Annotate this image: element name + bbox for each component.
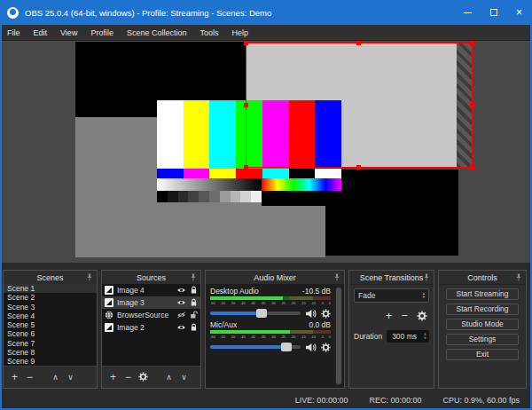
studio-mode-button[interactable]: Studio Mode bbox=[446, 319, 519, 330]
transition-properties-gear-icon[interactable] bbox=[417, 311, 427, 321]
scene-list-item[interactable]: Scene 3 bbox=[4, 303, 97, 311]
add-scene-button[interactable]: + bbox=[9, 372, 20, 382]
menu-item-view[interactable]: View bbox=[60, 28, 77, 37]
menu-item-profile[interactable]: Profile bbox=[90, 28, 113, 37]
channel-settings-gear-icon[interactable] bbox=[321, 343, 331, 352]
minimize-button[interactable] bbox=[455, 0, 481, 25]
tick-label: -25 bbox=[280, 301, 286, 305]
resize-handle-bottom-right[interactable] bbox=[470, 165, 474, 170]
source-list[interactable]: Image 4 Image 3 BrowserSource bbox=[102, 284, 200, 367]
exit-button[interactable]: Exit bbox=[446, 349, 519, 360]
preview-canvas[interactable] bbox=[2, 41, 530, 263]
remove-source-button[interactable]: − bbox=[122, 372, 134, 382]
move-scene-up-button[interactable]: ∧ bbox=[50, 373, 61, 382]
spinbox-arrows-icon[interactable]: ∧∨ bbox=[424, 333, 426, 341]
source-row-image4[interactable]: Image 4 bbox=[102, 284, 200, 296]
scene-transitions-dock-header[interactable]: Scene Transitions bbox=[349, 271, 434, 285]
combo-spinner-icon[interactable]: ▴▾ bbox=[423, 292, 425, 300]
resize-handle-middle-left[interactable] bbox=[244, 103, 248, 107]
audio-mixer-dock-title: Audio Mixer bbox=[254, 273, 296, 282]
maximize-button[interactable] bbox=[481, 0, 506, 25]
close-button[interactable]: × bbox=[506, 0, 532, 25]
lock-open-icon[interactable] bbox=[190, 311, 198, 319]
tick-label: -50 bbox=[231, 335, 236, 339]
tick-label: -45 bbox=[240, 301, 246, 305]
color-segment bbox=[236, 169, 262, 178]
resize-handle-bottom-middle[interactable] bbox=[356, 165, 361, 170]
gray-step bbox=[240, 191, 251, 202]
pin-icon[interactable] bbox=[86, 273, 93, 281]
visibility-eye-icon[interactable] bbox=[176, 324, 186, 331]
audio-mixer-dock-header[interactable]: Audio Mixer bbox=[206, 271, 344, 285]
source-properties-gear-icon[interactable] bbox=[137, 372, 149, 383]
menu-item-help[interactable]: Help bbox=[231, 28, 248, 37]
transition-select[interactable]: Fade ▴▾ bbox=[354, 288, 429, 303]
volume-slider[interactable] bbox=[210, 345, 301, 349]
source-row-image3[interactable]: Image 3 bbox=[102, 296, 200, 309]
scene-list-item[interactable]: Scene 2 bbox=[4, 293, 97, 302]
tick-label: -25 bbox=[280, 335, 286, 339]
resize-handle-bottom-left[interactable] bbox=[244, 165, 248, 170]
pin-icon[interactable] bbox=[423, 273, 430, 281]
visibility-eye-icon[interactable] bbox=[176, 287, 186, 294]
menu-item-tools[interactable]: Tools bbox=[200, 28, 218, 37]
move-source-up-button[interactable]: ∧ bbox=[163, 373, 175, 382]
menu-item-file[interactable]: File bbox=[7, 28, 20, 37]
preview-source-black-rect-2[interactable] bbox=[325, 170, 458, 256]
volume-slider-handle[interactable] bbox=[281, 343, 292, 351]
pin-icon[interactable] bbox=[190, 273, 197, 281]
channel-db-value: 0.0 dB bbox=[309, 320, 331, 329]
mixer-scrollbar-thumb[interactable] bbox=[336, 288, 341, 384]
scene-list-item[interactable]: Scene 4 bbox=[4, 311, 97, 320]
scene-list-item[interactable]: Scene 1 bbox=[4, 284, 97, 293]
move-scene-down-button[interactable]: ∨ bbox=[65, 373, 76, 382]
tick-label: -60 bbox=[210, 301, 215, 305]
sources-dock-header[interactable]: Sources bbox=[102, 271, 200, 285]
mixer-scrollbar[interactable] bbox=[335, 286, 342, 386]
source-row-image2[interactable]: Image 2 bbox=[102, 321, 200, 334]
scene-list[interactable]: Scene 1Scene 2Scene 3Scene 4Scene 5Scene… bbox=[4, 284, 97, 367]
title-bar[interactable]: OBS 25.0.4 (64-bit, windows) - Profile: … bbox=[0, 0, 532, 25]
resize-handle-middle-right[interactable] bbox=[470, 103, 474, 107]
tick-label: -15 bbox=[301, 335, 306, 339]
start-recording-button[interactable]: Start Recording bbox=[446, 304, 519, 315]
scene-list-item[interactable]: Scene 7 bbox=[4, 339, 97, 348]
resize-handle-top-left[interactable] bbox=[244, 41, 248, 45]
scene-list-item[interactable]: Scene 8 bbox=[4, 348, 97, 357]
pin-icon[interactable] bbox=[515, 273, 522, 281]
volume-slider[interactable] bbox=[210, 311, 301, 315]
channel-settings-gear-icon[interactable] bbox=[321, 309, 331, 319]
lock-icon[interactable] bbox=[190, 286, 198, 295]
scenes-toolbar: + − ∧ ∨ bbox=[4, 366, 97, 388]
settings-button[interactable]: Settings bbox=[446, 334, 519, 345]
add-source-button[interactable]: + bbox=[107, 372, 119, 382]
source-row-browsersource[interactable]: BrowserSource bbox=[102, 309, 200, 321]
resize-handle-top-middle[interactable] bbox=[356, 41, 361, 45]
start-streaming-button[interactable]: Start Streaming bbox=[446, 288, 519, 300]
remove-scene-button[interactable]: − bbox=[24, 372, 35, 382]
scenes-dock-header[interactable]: Scenes bbox=[4, 271, 97, 285]
source-selection-box[interactable] bbox=[246, 43, 473, 168]
controls-dock-header[interactable]: Controls bbox=[439, 271, 526, 285]
menu-item-edit[interactable]: Edit bbox=[34, 28, 48, 37]
speaker-icon[interactable] bbox=[305, 309, 317, 319]
volume-slider-handle[interactable] bbox=[256, 309, 267, 318]
tick-label: 0 bbox=[329, 335, 331, 339]
scene-list-item[interactable]: Scene 5 bbox=[4, 320, 97, 329]
gray-step bbox=[251, 191, 262, 202]
lock-icon[interactable] bbox=[190, 298, 198, 307]
lock-icon[interactable] bbox=[190, 323, 198, 332]
move-source-down-button[interactable]: ∨ bbox=[178, 373, 190, 382]
scene-list-item[interactable]: Scene 6 bbox=[4, 329, 97, 338]
resize-handle-top-right[interactable] bbox=[470, 41, 474, 45]
visibility-eye-off-icon[interactable] bbox=[176, 311, 186, 319]
remove-transition-button[interactable]: − bbox=[401, 309, 408, 322]
pin-icon[interactable] bbox=[333, 273, 340, 281]
visibility-eye-icon[interactable] bbox=[176, 299, 186, 306]
tick-label: -50 bbox=[231, 301, 236, 305]
duration-spinbox[interactable]: 300 ms ∧∨ bbox=[387, 330, 429, 343]
mixer-channel-desktop-audio: Desktop Audio -10.5 dB -60-55-50-45-40-3… bbox=[210, 287, 331, 319]
menu-item-scene-collection[interactable]: Scene Collection bbox=[127, 28, 187, 37]
add-transition-button[interactable]: + bbox=[386, 309, 393, 322]
speaker-icon[interactable] bbox=[305, 343, 317, 352]
